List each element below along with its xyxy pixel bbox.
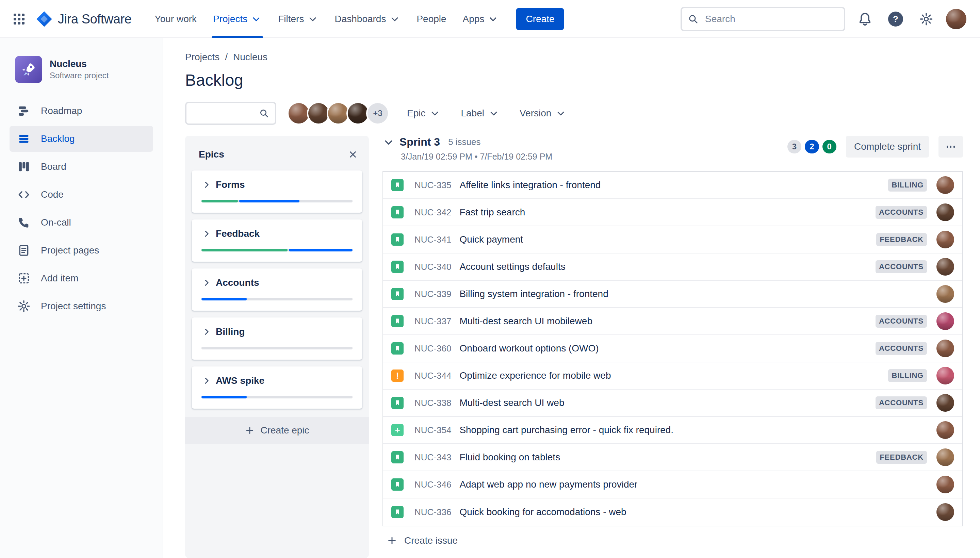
nav-item-people[interactable]: People — [408, 0, 454, 38]
assignee-avatar[interactable] — [936, 231, 954, 248]
epic-header[interactable]: Accounts — [202, 277, 353, 288]
epic-header[interactable]: AWS spike — [202, 375, 353, 386]
help-button[interactable]: ? — [885, 8, 906, 30]
project-sidebar: Nucleus Software project RoadmapBacklogB… — [0, 38, 163, 558]
epic-card-billing[interactable]: Billing — [192, 317, 362, 359]
settings-button[interactable] — [915, 8, 937, 30]
app-name: Jira Software — [58, 12, 132, 26]
global-search-input[interactable] — [704, 13, 839, 25]
close-epics-button[interactable] — [345, 147, 361, 162]
bell-icon — [857, 11, 872, 26]
issue-row[interactable]: NUC-346Adapt web app no new payments pro… — [383, 471, 962, 499]
nav-item-apps[interactable]: Apps — [455, 0, 507, 38]
issue-row[interactable]: NUC-338Multi-dest search UI webACCOUNTS — [383, 390, 962, 417]
issue-row[interactable]: NUC-336Quick booking for accomodations -… — [383, 499, 962, 526]
assignee-avatar[interactable] — [936, 285, 954, 303]
issue-row[interactable]: NUC-360Onboard workout options (OWO)ACCO… — [383, 335, 962, 363]
assignee-avatar[interactable] — [936, 367, 954, 384]
create-issue-button[interactable]: Create issue — [382, 526, 462, 555]
chevron-down-icon — [382, 136, 395, 148]
epic-header[interactable]: Forms — [202, 179, 353, 190]
sidebar-item-project-settings[interactable]: Project settings — [10, 293, 153, 319]
filter-dropdown-version[interactable]: Version — [513, 102, 573, 124]
oncall-icon — [16, 216, 31, 229]
sidebar-item-on-call[interactable]: On-call — [10, 210, 153, 235]
assignee-avatar[interactable] — [936, 448, 954, 466]
epic-name: Forms — [216, 179, 245, 190]
app-switcher-button[interactable] — [8, 8, 30, 30]
create-epic-button[interactable]: Create epic — [185, 417, 369, 444]
assignee-avatar[interactable] — [936, 340, 954, 357]
progress-segment — [202, 249, 287, 251]
create-issue-label: Create issue — [404, 535, 458, 546]
project-header[interactable]: Nucleus Software project — [10, 56, 153, 98]
assignee-avatar[interactable] — [936, 312, 954, 330]
issue-row[interactable]: NUC-343Fluid booking on tabletsFEEDBACK — [383, 444, 962, 471]
breadcrumb-projects[interactable]: Projects — [185, 52, 220, 62]
backlog-search-input[interactable] — [193, 107, 259, 120]
issue-row[interactable]: NUC-342Fast trip searchACCOUNTS — [383, 199, 962, 226]
complete-sprint-button[interactable]: Complete sprint — [846, 136, 929, 158]
chevron-down-icon — [389, 14, 400, 25]
assignee-avatar[interactable] — [936, 204, 954, 221]
issue-row[interactable]: !NUC-344Optimize experience for mobile w… — [383, 363, 962, 390]
issue-key: NUC-341 — [414, 235, 451, 245]
sprint-collapse-toggle[interactable] — [382, 136, 395, 148]
sprint-name[interactable]: Sprint 3 — [399, 136, 440, 148]
filter-dropdown-epic[interactable]: Epic — [400, 102, 447, 124]
backlog-icon — [16, 132, 31, 146]
filter-dropdown-label[interactable]: Label — [454, 102, 506, 124]
issue-key: NUC-338 — [414, 398, 451, 408]
progress-segment — [289, 249, 352, 251]
epic-card-accounts[interactable]: Accounts — [192, 268, 362, 311]
sprint-more-button[interactable] — [939, 136, 963, 158]
sidebar-item-project-pages[interactable]: Project pages — [10, 238, 153, 263]
assignee-avatar[interactable] — [936, 476, 954, 493]
nav-item-filters[interactable]: Filters — [270, 0, 326, 38]
issue-row[interactable]: +NUC-354Shopping cart purchasing error -… — [383, 417, 962, 444]
global-search[interactable] — [681, 7, 845, 31]
sidebar-item-code[interactable]: Code — [10, 182, 153, 208]
issue-row[interactable]: NUC-340Account settings defaultsACCOUNTS — [383, 253, 962, 281]
assignee-avatar[interactable] — [936, 394, 954, 412]
jira-logo[interactable]: Jira Software — [30, 10, 137, 28]
user-avatar[interactable] — [946, 9, 966, 29]
issue-summary: Account settings defaults — [460, 261, 565, 272]
avatar-overflow-chip[interactable]: +3 — [366, 102, 389, 125]
assignee-avatar[interactable] — [936, 421, 954, 439]
search-icon — [259, 108, 269, 119]
issue-type-story-icon — [391, 397, 404, 409]
issue-row[interactable]: NUC-335Affelite links integration - fron… — [383, 172, 962, 199]
issue-summary: Affelite links integration - frontend — [460, 180, 601, 190]
assignee-avatar[interactable] — [936, 503, 954, 521]
nav-item-your-work[interactable]: Your work — [147, 0, 205, 38]
sidebar-item-board[interactable]: Board — [10, 154, 153, 180]
nav-item-dashboards[interactable]: Dashboards — [326, 0, 408, 38]
issue-row[interactable]: NUC-341Quick paymentFEEDBACK — [383, 226, 962, 253]
epic-card-aws-spike[interactable]: AWS spike — [192, 366, 362, 409]
app-root: Jira Software Your workProjectsFiltersDa… — [0, 0, 980, 558]
nav-item-projects[interactable]: Projects — [205, 0, 270, 38]
issue-label-badge: ACCOUNTS — [875, 315, 927, 328]
help-icon: ? — [888, 11, 903, 26]
assignee-avatar[interactable] — [936, 258, 954, 276]
assignee-avatar[interactable] — [936, 176, 954, 194]
breadcrumb-separator: / — [225, 52, 228, 62]
sidebar-item-backlog[interactable]: Backlog — [10, 126, 153, 152]
issue-type-story-icon — [391, 288, 404, 300]
backlog-search[interactable] — [185, 102, 276, 125]
sidebar-item-roadmap[interactable]: Roadmap — [10, 98, 153, 124]
breadcrumb-nucleus[interactable]: Nucleus — [233, 52, 268, 62]
issue-row[interactable]: NUC-339Billing system integration - fron… — [383, 281, 962, 308]
issue-label-badge: ACCOUNTS — [875, 206, 927, 219]
issue-row[interactable]: NUC-337Multi-dest search UI mobilewebACC… — [383, 308, 962, 335]
sidebar-menu: RoadmapBacklogBoardCodeOn-callProject pa… — [10, 98, 153, 319]
epic-header[interactable]: Billing — [202, 326, 353, 337]
notifications-button[interactable] — [854, 8, 876, 30]
epic-card-feedback[interactable]: Feedback — [192, 220, 362, 262]
epic-card-forms[interactable]: Forms — [192, 171, 362, 213]
create-button[interactable]: Create — [516, 8, 564, 30]
chevron-down-icon — [307, 14, 318, 25]
sidebar-item-add-item[interactable]: Add item — [10, 265, 153, 291]
epic-header[interactable]: Feedback — [202, 228, 353, 239]
